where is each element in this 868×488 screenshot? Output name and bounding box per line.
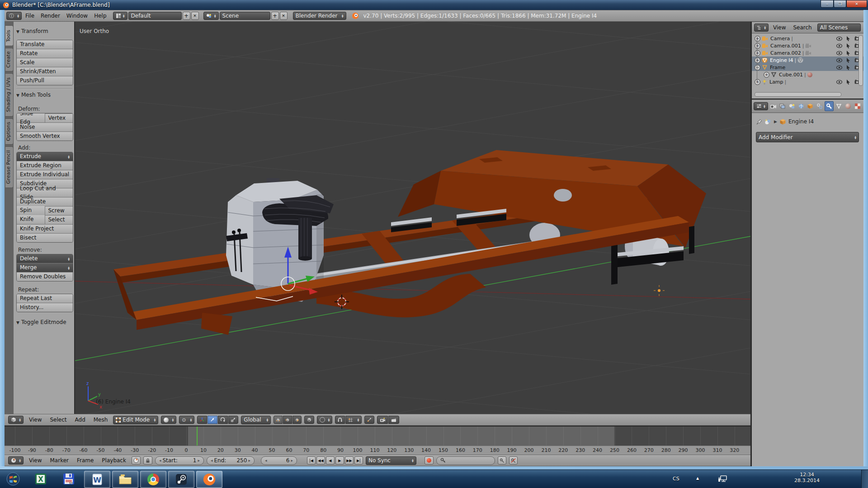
viewport-3d[interactable]: z y x User Ortho (6) Engine I4 — [5, 22, 750, 414]
knife-button[interactable]: Knife — [17, 215, 45, 224]
tab-texture[interactable] — [854, 102, 862, 111]
visibility-eye-icon[interactable] — [836, 80, 842, 84]
timeline-menu-frame[interactable]: Frame — [74, 455, 96, 466]
editor-type-outliner-button[interactable]: ▲▼ — [754, 23, 769, 32]
taskbar-chrome-icon[interactable] — [140, 471, 166, 488]
collapse-icon[interactable]: − — [755, 65, 760, 70]
viewport-canvas[interactable]: z y x — [5, 22, 750, 414]
outliner-filter-select[interactable]: All Scenes — [817, 23, 861, 32]
next-keyframe-button[interactable]: ▶▶ — [345, 456, 354, 465]
manipulator-scale-button[interactable] — [228, 416, 238, 424]
selectability-cursor-icon[interactable] — [846, 65, 850, 70]
selectability-cursor-icon[interactable] — [846, 43, 850, 48]
selectability-cursor-icon[interactable] — [846, 80, 850, 84]
expand-icon[interactable]: + — [755, 43, 760, 49]
manipulate-center-points-button[interactable] — [364, 416, 374, 424]
edge-select-button[interactable] — [283, 416, 292, 424]
spin-button[interactable]: Spin — [17, 206, 45, 215]
add-modifier-button[interactable]: Add Modifier▲▼ — [756, 132, 859, 142]
occlude-geometry-button[interactable] — [304, 416, 314, 424]
object-name[interactable]: Engine I4 — [770, 57, 793, 63]
tab-scene[interactable] — [788, 102, 796, 111]
opengl-render-anim-button[interactable] — [388, 416, 399, 424]
vertex-slide-button[interactable]: Vertex — [45, 113, 73, 122]
opengl-render-image-button[interactable] — [377, 416, 388, 424]
tab-render-layers[interactable] — [778, 102, 787, 111]
timeline-menu-view[interactable]: View — [26, 455, 44, 466]
extrude-region-button[interactable]: Extrude Region — [17, 161, 73, 170]
history-button[interactable]: History... — [17, 303, 73, 312]
bisect-button[interactable]: Bisect — [17, 233, 73, 242]
sync-mode-select[interactable]: No Sync▲▼ — [366, 456, 416, 465]
lock-time-cursor-button[interactable] — [143, 456, 152, 465]
object-context-icon[interactable] — [765, 119, 771, 125]
taskbar-explorer-icon[interactable] — [112, 471, 138, 488]
repeat-last-button[interactable]: Repeat Last — [17, 294, 73, 303]
tab-modifiers[interactable] — [825, 101, 834, 111]
extrude-menu[interactable]: Extrude▲▼ — [17, 152, 73, 161]
object-name[interactable]: Lamp — [769, 79, 783, 85]
proportional-edit-select[interactable]: ▲▼ — [317, 416, 332, 424]
object-name[interactable]: Camera.002 — [770, 50, 801, 56]
outliner-menu-view[interactable]: View — [770, 23, 788, 33]
tab-material[interactable] — [844, 102, 853, 111]
timeline-area[interactable] — [5, 427, 750, 446]
panel-transform-header[interactable]: ▼Transform — [16, 28, 48, 34]
rotate-button[interactable]: Rotate — [17, 49, 73, 58]
outliner-row-camera001[interactable]: + Camera.001 | — [752, 42, 863, 49]
pivot-point-select[interactable]: ⊙▲▼ — [179, 416, 194, 424]
screen-layout-name-field[interactable]: Default — [128, 12, 182, 20]
viewport-menu-add[interactable]: Add — [72, 414, 88, 425]
delete-menu[interactable]: Delete▲▼ — [17, 254, 73, 263]
jump-to-start-button[interactable]: |◀ — [307, 456, 316, 465]
tab-constraints[interactable] — [815, 102, 824, 111]
tab-grease-pencil[interactable]: Grease Pencil — [5, 146, 14, 188]
tray-chevron-icon[interactable]: ▲ — [696, 476, 699, 480]
visibility-eye-icon[interactable] — [836, 37, 842, 41]
snap-element-select[interactable]: ▲▼ — [345, 416, 362, 424]
panel-toggle-editmode-header[interactable]: ▼Toggle Editmode — [16, 319, 66, 325]
orientation-select[interactable]: Global▲▼ — [241, 416, 271, 424]
selectability-cursor-icon[interactable] — [846, 51, 850, 56]
viewport-menu-view[interactable]: View — [26, 414, 44, 425]
auto-keyframe-button[interactable] — [425, 456, 434, 465]
outliner-row-lamp[interactable]: + Lamp | — [752, 78, 863, 85]
tab-tools[interactable]: Tools — [5, 25, 14, 46]
taskbar-save-tool-icon[interactable]: 64 — [56, 471, 81, 487]
timeline-current-frame-line[interactable] — [197, 427, 198, 446]
tab-shading-uvs[interactable]: Shading / UVs — [5, 73, 14, 117]
editor-type-timeline-button[interactable]: ▲▼ — [8, 456, 24, 465]
menu-help[interactable]: Help — [91, 10, 109, 21]
noise-button[interactable]: Noise — [17, 122, 73, 131]
taskbar-word-icon[interactable]: W — [84, 471, 110, 488]
timeline-menu-marker[interactable]: Marker — [47, 455, 71, 466]
expand-icon[interactable]: + — [755, 57, 760, 63]
knife-select-button[interactable]: Select — [45, 215, 73, 224]
visibility-eye-icon[interactable] — [836, 44, 842, 48]
vertex-select-button[interactable] — [274, 416, 283, 424]
editor-type-3dview-button[interactable]: ▲▼ — [8, 416, 24, 424]
visibility-eye-icon[interactable] — [836, 58, 842, 62]
object-name[interactable]: Camera — [770, 36, 790, 42]
merge-menu[interactable]: Merge▲▼ — [17, 263, 73, 272]
menu-window[interactable]: Window — [64, 10, 90, 21]
tray-network-icon[interactable] — [718, 475, 728, 483]
expand-icon[interactable]: + — [755, 36, 760, 42]
tab-object-data[interactable] — [835, 102, 843, 111]
visibility-eye-icon[interactable] — [836, 66, 842, 70]
outliner-vscrollbar[interactable] — [859, 35, 863, 86]
maximize-button[interactable]: ❐ — [834, 0, 846, 8]
expand-icon[interactable]: + — [755, 50, 760, 56]
tab-object[interactable] — [806, 102, 815, 111]
tab-create[interactable]: Create — [5, 48, 14, 71]
scene-name-field[interactable]: Scene — [220, 12, 270, 20]
tray-language-indicator[interactable]: CS — [673, 476, 679, 482]
outliner-row-cube001[interactable]: + Cube.001 | — [752, 71, 863, 78]
insert-keyframe-button[interactable] — [498, 456, 506, 465]
window-titlebar[interactable]: Blender* [C:\Blender\AFrame.blend] – ❐ ✕ — [0, 0, 868, 10]
slide-edge-button[interactable]: Slide Edg — [17, 113, 45, 122]
extrude-individual-button[interactable]: Extrude Individual — [17, 170, 73, 179]
manipulator-rotate-button[interactable] — [218, 416, 228, 424]
mode-select[interactable]: Edit Mode▲▼ — [113, 416, 158, 424]
outliner-properties-divider[interactable] — [752, 99, 863, 99]
